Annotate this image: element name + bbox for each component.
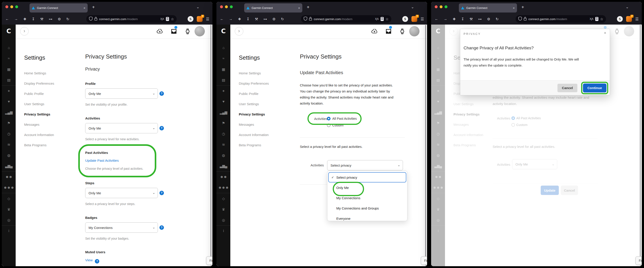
new-tab-button[interactable]: + [307, 5, 310, 10]
extensions-icon[interactable]: ❖ [452, 17, 456, 21]
sync-cloud-icon[interactable] [372, 29, 378, 35]
focus-icon[interactable]: ◎ [431, 215, 445, 226]
settings-nav-item[interactable]: User Settings [239, 99, 290, 109]
reports-icon[interactable]: ▃▆▄ [2, 161, 16, 172]
device-watch-icon[interactable] [186, 28, 190, 35]
badges-privacy-select[interactable]: My Connections⌄ [85, 223, 158, 233]
translate-icon[interactable]: ҲA [590, 17, 594, 20]
training-icon[interactable]: ✶ [431, 85, 445, 96]
fox-extension-icon[interactable]: 7 [197, 16, 202, 22]
connections-icon[interactable]: ☻☻ [431, 172, 445, 182]
close-window-button[interactable] [220, 5, 223, 8]
settings-gear-icon[interactable]: ⚙ [272, 17, 276, 21]
fox-extension-icon[interactable]: 7 [412, 16, 417, 22]
device-watch-icon[interactable] [400, 28, 404, 35]
profile-privacy-select[interactable]: Only Me⌄ [85, 88, 158, 99]
golf-icon[interactable]: ⚑ [431, 118, 445, 128]
focus-icon[interactable]: ◎ [216, 215, 230, 226]
settings-nav-item[interactable]: Home Settings [24, 68, 76, 78]
badges-help-button[interactable]: ? [160, 225, 164, 230]
bookmark-star-icon[interactable]: ☆ [171, 17, 174, 21]
tab-close-icon[interactable]: × [298, 6, 300, 10]
notifications-inbox-icon[interactable] [171, 29, 177, 35]
dialog-continue-button[interactable]: Continue [583, 83, 606, 92]
info-icon[interactable]: i [431, 226, 445, 236]
scrollbar[interactable] [211, 25, 211, 265]
badges-icon[interactable]: ◇ [216, 193, 230, 204]
settings-nav-item[interactable]: Beta Programs [239, 140, 290, 150]
all-past-activities-radio[interactable] [327, 117, 330, 120]
garmin-logo[interactable]: C [220, 27, 227, 35]
groups-icon[interactable]: ☻☻☻ [216, 182, 230, 193]
close-window-button[interactable] [435, 5, 438, 8]
scrollbar[interactable] [640, 25, 640, 265]
url-bar[interactable]: connect.garmin.com /modern ҲA ☆ [301, 15, 391, 23]
timer-icon[interactable]: ◷ [216, 128, 230, 139]
performance-icon[interactable]: ▂▄▆ [431, 107, 445, 118]
new-tab-button[interactable]: + [522, 5, 524, 10]
reader-view-icon[interactable] [595, 17, 598, 21]
reader-view-icon[interactable] [380, 17, 384, 21]
menu-icon[interactable]: ☰ [206, 17, 209, 21]
forward-icon[interactable]: → [444, 17, 447, 21]
bookmark-star-icon[interactable]: ☆ [600, 17, 603, 21]
reload-icon[interactable]: ↻ [66, 17, 69, 21]
tab-close-icon[interactable]: × [84, 6, 86, 10]
translate-icon[interactable]: ҲA [375, 17, 379, 20]
past-activities-privacy-select[interactable]: Select privacy⌄ [327, 160, 403, 170]
home-icon[interactable]: ⌂ [2, 42, 16, 53]
news-icon[interactable]: ▤ [2, 75, 16, 85]
update-past-activities-link[interactable]: Update Past Activities [85, 159, 119, 163]
gear-equipment-icon[interactable]: ≋ [431, 139, 445, 150]
connections-icon[interactable]: ☻☻ [216, 172, 230, 182]
tab-list-chevron-icon[interactable]: ⌄ [411, 5, 414, 9]
settings-nav-item[interactable]: Privacy Settings [24, 109, 76, 119]
zoom-window-button[interactable] [230, 5, 233, 8]
downloads-icon[interactable]: ↧ [461, 17, 464, 21]
steps-help-button[interactable]: ? [160, 191, 164, 195]
new-tab-button[interactable]: + [92, 5, 95, 10]
reload-icon[interactable]: ↻ [496, 17, 498, 21]
activity-icon[interactable]: ≈ [216, 53, 230, 64]
performance-icon[interactable]: ▂▄▆ [2, 107, 16, 118]
tab-close-icon[interactable]: × [513, 6, 515, 10]
activities-privacy-select[interactable]: Only Me⌄ [85, 123, 158, 133]
golf-icon[interactable]: ⚑ [2, 118, 16, 128]
minimize-window-button[interactable] [10, 5, 13, 8]
close-window-button[interactable] [5, 5, 8, 8]
tools-icon[interactable]: ⚒ [40, 17, 44, 21]
settings-nav-item[interactable]: Public Profile [239, 88, 290, 99]
info-icon[interactable]: i [216, 226, 230, 236]
settings-nav-item[interactable]: Account Information [239, 130, 290, 140]
garmin-logo[interactable]: C [434, 27, 442, 35]
key-icon[interactable]: ⊶ [264, 17, 267, 21]
expand-button[interactable]: › [450, 27, 458, 35]
menu-icon[interactable]: ☰ [420, 17, 424, 21]
shield-icon[interactable] [89, 16, 92, 21]
insights-icon[interactable]: ◍ [2, 150, 16, 161]
settings-nav-item[interactable]: Display Preferences [239, 78, 290, 88]
calendar-icon[interactable]: ▦ [2, 64, 16, 75]
dialog-close-icon[interactable]: × [604, 31, 606, 35]
back-icon[interactable]: ← [220, 17, 224, 21]
dropdown-option[interactable]: Everyone [328, 213, 406, 224]
browser-tab[interactable]: Garmin Connect × [244, 3, 302, 12]
muted-users-help-button[interactable]: ? [95, 259, 99, 264]
all-past-activities-option[interactable]: All Past Activities [332, 117, 357, 120]
tools-icon[interactable]: ⚒ [470, 17, 473, 21]
browser-tab[interactable]: Garmin Connect × [30, 3, 88, 12]
minimize-window-button[interactable] [225, 5, 228, 8]
expand-button[interactable]: › [235, 27, 243, 35]
shield-icon[interactable] [518, 16, 522, 21]
reader-view-icon[interactable] [166, 17, 169, 21]
challenges-icon[interactable]: ♛ [2, 204, 16, 215]
menu-icon[interactable]: ☰ [635, 17, 639, 21]
home-icon[interactable]: ⌂ [216, 42, 230, 53]
training-icon[interactable]: ✶ [2, 85, 16, 96]
settings-nav-item[interactable]: Account Information [24, 130, 76, 140]
health-icon[interactable]: ♥ [431, 96, 445, 107]
groups-icon[interactable]: ☻☻☻ [2, 182, 16, 193]
calendar-icon[interactable]: ▦ [431, 64, 445, 75]
back-icon[interactable]: ← [435, 17, 438, 21]
settings-nav-item[interactable]: Beta Programs [24, 140, 76, 150]
